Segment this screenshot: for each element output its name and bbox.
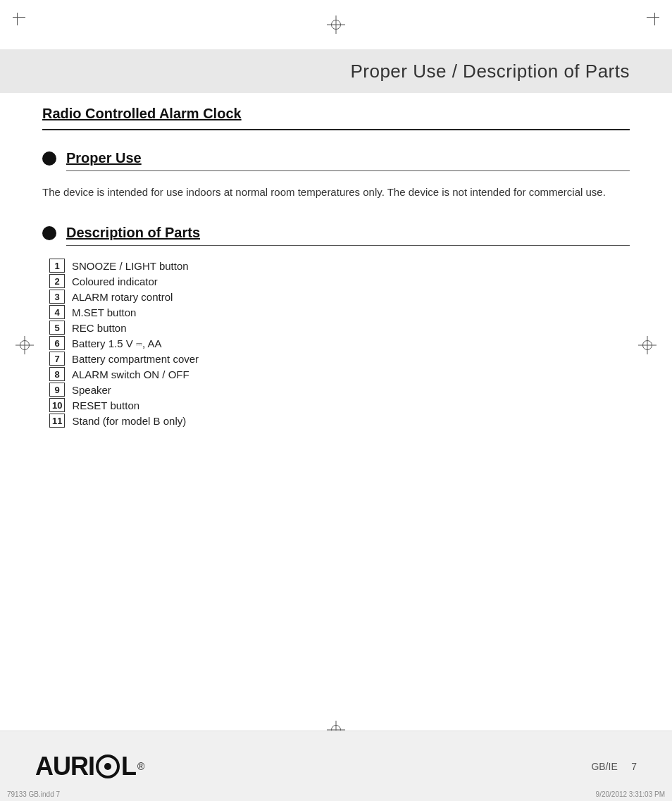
part-label: Battery 1.5 V ⎓, AA: [72, 337, 161, 349]
part-label: Speaker: [72, 384, 111, 396]
part-item: 3ALARM rotary control: [49, 290, 630, 304]
part-label: ALARM switch ON / OFF: [72, 368, 189, 380]
part-item: 5REC button: [49, 321, 630, 335]
part-number: 8: [49, 367, 65, 381]
part-item: 2Coloured indicator: [49, 274, 630, 288]
proper-use-title: Proper Use: [66, 150, 142, 166]
part-item: 11Stand (for model B only): [49, 414, 630, 428]
part-item: 7Battery compartment cover: [49, 352, 630, 366]
heading-divider: [42, 129, 630, 130]
footer-page: GB/IE 7: [591, 761, 637, 772]
main-content: Radio Controlled Alarm Clock Proper Use …: [42, 106, 630, 724]
description-title: Description of Parts: [66, 225, 200, 241]
part-item: 9Speaker: [49, 383, 630, 397]
part-number: 6: [49, 336, 65, 350]
crosshair-right: [638, 336, 657, 354]
part-label: Coloured indicator: [72, 275, 158, 287]
logo-o-icon: [96, 755, 120, 778]
part-number: 2: [49, 274, 65, 288]
part-label: M.SET button: [72, 306, 136, 318]
part-number: 11: [49, 414, 65, 428]
part-item: 6Battery 1.5 V ⎓, AA: [49, 336, 630, 350]
corner-mark-tr: [645, 13, 659, 27]
bullet-circle-proper-use: [42, 151, 56, 166]
header-band: Proper Use / Description of Parts: [0, 49, 672, 93]
footer-page-label: GB/IE: [591, 761, 617, 772]
corner-mark-tl: [13, 13, 27, 27]
part-label: RESET button: [72, 399, 139, 411]
description-divider: [66, 245, 630, 246]
part-item: 8ALARM switch ON / OFF: [49, 367, 630, 381]
brand-text-l: L: [121, 752, 136, 781]
footer-timestamp: 9/20/2012 3:31:03 PM: [596, 790, 665, 798]
footer-meta: 79133 GB.indd 7 9/20/2012 3:31:03 PM: [7, 790, 665, 798]
proper-use-body: The device is intended for use indoors a…: [42, 184, 630, 201]
part-item: 4M.SET button: [49, 305, 630, 319]
header-title: Proper Use / Description of Parts: [350, 61, 630, 82]
crosshair-left: [15, 336, 34, 354]
part-number: 1: [49, 259, 65, 273]
part-number: 9: [49, 383, 65, 397]
description-heading: Description of Parts: [42, 225, 630, 241]
bullet-circle-description: [42, 226, 56, 240]
part-number: 10: [49, 398, 65, 412]
registered-mark: ®: [137, 761, 144, 772]
brand-logo: AURI L ®: [35, 752, 144, 781]
proper-use-divider: [66, 170, 630, 171]
proper-use-heading: Proper Use: [42, 150, 630, 166]
brand-text-auri: AURI: [35, 752, 94, 781]
page-heading: Radio Controlled Alarm Clock: [42, 106, 630, 122]
part-label: Battery compartment cover: [72, 353, 199, 365]
part-item: 10RESET button: [49, 398, 630, 412]
footer-page-number: 7: [631, 761, 637, 772]
part-number: 3: [49, 290, 65, 304]
part-number: 7: [49, 352, 65, 366]
footer-file: 79133 GB.indd 7: [7, 790, 60, 798]
parts-list: 1SNOOZE / LIGHT button2Coloured indicato…: [49, 259, 630, 428]
part-item: 1SNOOZE / LIGHT button: [49, 259, 630, 273]
part-label: ALARM rotary control: [72, 291, 173, 303]
part-label: SNOOZE / LIGHT button: [72, 260, 189, 272]
part-number: 5: [49, 321, 65, 335]
crosshair-top: [327, 15, 345, 34]
part-label: REC button: [72, 322, 127, 334]
part-number: 4: [49, 305, 65, 319]
part-label: Stand (for model B only): [72, 415, 186, 427]
